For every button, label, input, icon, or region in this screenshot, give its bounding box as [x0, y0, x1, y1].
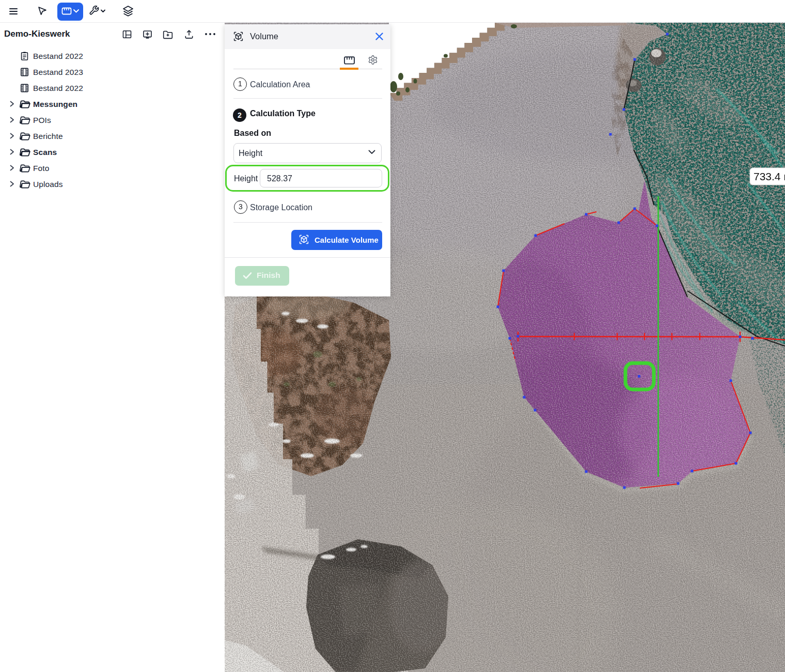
- svg-text:733.4 m: 733.4 m: [753, 170, 785, 182]
